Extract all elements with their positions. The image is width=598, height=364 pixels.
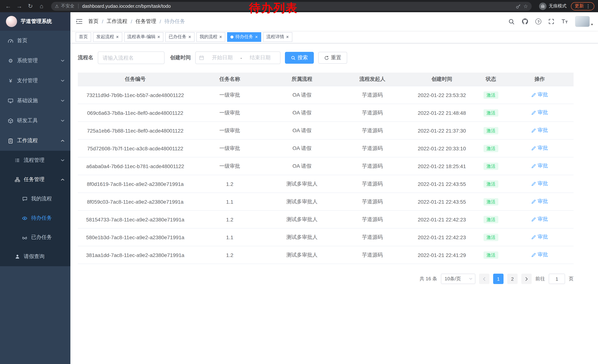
approve-link[interactable]: 审批 [531, 198, 548, 205]
sidebar-item-workflow[interactable]: 工作流程 [0, 131, 70, 151]
approve-link[interactable]: 审批 [531, 216, 548, 223]
create-time-label: 创建时间 [170, 54, 191, 61]
glasses-icon [22, 235, 28, 240]
close-icon[interactable]: × [219, 34, 222, 39]
tag-my-process[interactable]: 我的流程 × [196, 32, 225, 42]
sidebar-item-label: 系统管理 [17, 57, 38, 64]
tag-done-tasks[interactable]: 已办任务 × [165, 32, 194, 42]
tag-process-detail[interactable]: 流程详情 × [263, 32, 292, 42]
sidebar-item-label: 工作流程 [17, 138, 38, 144]
cell-flow: OA 请假 [267, 163, 337, 170]
search-icon[interactable] [508, 18, 515, 25]
close-icon[interactable]: × [255, 34, 258, 39]
breadcrumb-item[interactable]: 任务管理 [136, 18, 156, 25]
reset-button[interactable]: 重置 [318, 52, 347, 64]
sidebar-item-home[interactable]: 首页 [0, 31, 70, 51]
sidebar-item-task-management[interactable]: 任务管理 [0, 170, 70, 189]
forward-icon[interactable]: → [15, 3, 24, 9]
close-icon[interactable]: × [157, 34, 160, 39]
sidebar-item-process-management[interactable]: 流程管理 [0, 151, 70, 170]
eye-icon [22, 215, 28, 221]
page-number-2[interactable]: 2 [507, 274, 518, 284]
breadcrumb-item[interactable]: 工作流程 [107, 18, 127, 25]
update-button[interactable]: 更新 ⋮ [571, 2, 594, 10]
process-name-input[interactable] [98, 51, 165, 64]
workflow-submenu: 流程管理 任务管理 我的流程 待办任务 [0, 151, 70, 266]
cell-time: 2022-01-22 18:25:41 [407, 163, 476, 169]
sidebar-item-system[interactable]: ⚙ 系统管理 [0, 51, 70, 71]
sidebar-item-my-process[interactable]: 我的流程 [0, 189, 70, 209]
process-name-label: 流程名 [78, 54, 93, 61]
approve-link[interactable]: 审批 [531, 127, 548, 134]
tag-start-process[interactable]: 发起流程 × [93, 32, 122, 42]
sidebar-item-label: 待办任务 [31, 215, 52, 221]
start-date-placeholder[interactable]: 开始日期 [206, 54, 239, 61]
sidebar-item-todo-tasks[interactable]: 待办任务 [0, 209, 70, 228]
font-size-icon[interactable] [562, 19, 568, 24]
tag-home[interactable]: 首页 [75, 32, 91, 42]
approve-link[interactable]: 审批 [531, 92, 548, 98]
cell-time: 2022-01-21 22:42:23 [407, 234, 476, 240]
app-logo[interactable]: 芋道管理系统 [0, 12, 70, 31]
table-row: 580e1b3d-7ac8-11ec-a9e2-a2380e71991a 1.1… [78, 228, 573, 246]
approve-link[interactable]: 审批 [531, 109, 548, 116]
cell-starter: 芋道源码 [337, 127, 407, 134]
update-label: 更新 [575, 3, 584, 9]
approve-link[interactable]: 审批 [531, 180, 548, 187]
sidebar-item-label: 已办任务 [31, 234, 52, 241]
tag-process-form-edit[interactable]: 流程表单-编辑 × [124, 32, 163, 42]
status-badge: 激活 [483, 145, 498, 152]
cell-flow: OA 请假 [267, 127, 337, 134]
cell-time: 2022-01-22 23:53:32 [407, 92, 476, 98]
status-badge: 激活 [483, 109, 498, 116]
column-header: 任务编号 [78, 76, 193, 83]
fullscreen-icon[interactable] [548, 18, 555, 24]
sidebar-toggle-icon[interactable] [70, 18, 88, 24]
reload-icon[interactable]: ↻ [26, 3, 35, 10]
cell-flow: OA 请假 [267, 92, 337, 98]
goto-page-input[interactable] [549, 274, 565, 284]
calendar-icon [199, 55, 204, 60]
cell-flow: OA 请假 [267, 109, 337, 116]
close-icon[interactable]: × [286, 34, 289, 39]
sidebar-menu: 首页 ⚙ 系统管理 ¥ 支付管理 基础设施 研发工具 [0, 31, 70, 266]
search-button[interactable]: 搜索 [285, 52, 314, 64]
sidebar-item-infrastructure[interactable]: 基础设施 [0, 91, 70, 111]
table-row: 381aa1dd-7ac8-11ec-a9e2-a2380e71991a 1.2… [78, 246, 573, 264]
menu-kebab-icon[interactable]: ⋮ [586, 3, 590, 9]
approve-link[interactable]: 审批 [531, 234, 548, 241]
prev-page-button[interactable] [479, 274, 490, 284]
user-menu[interactable]: ▾ [575, 16, 593, 27]
page-number-1[interactable]: 1 [493, 274, 504, 284]
help-icon[interactable]: ? [536, 18, 541, 24]
cell-starter: 芋道源码 [337, 234, 407, 241]
github-icon[interactable] [522, 18, 529, 25]
key-icon[interactable] [516, 4, 521, 9]
close-icon[interactable]: × [188, 34, 191, 39]
approve-link[interactable]: 审批 [531, 163, 548, 170]
filter-bar: 流程名 创建时间 开始日期 - 结束日期 搜索 重置 [78, 51, 573, 64]
sidebar-item-devtools[interactable]: 研发工具 [0, 111, 70, 131]
end-date-placeholder[interactable]: 结束日期 [244, 54, 277, 61]
home-icon[interactable]: ⌂ [37, 3, 46, 9]
bookmark-star-icon[interactable]: ☆ [523, 3, 528, 9]
close-icon[interactable]: × [116, 34, 119, 39]
cell-starter: 芋道源码 [337, 109, 407, 116]
tag-todo-tasks[interactable]: 待办任务 × [227, 32, 261, 42]
page-size-select[interactable]: 10条/页 [441, 274, 475, 284]
back-icon[interactable]: ← [4, 3, 13, 9]
sidebar-item-leave-query[interactable]: 请假查询 [0, 247, 70, 266]
date-range-picker[interactable]: 开始日期 - 结束日期 [195, 51, 281, 64]
breadcrumb-item[interactable]: 首页 [88, 18, 99, 25]
cell-task-id: a6aba0a4-7b6d-11ec-b781-acde48001122 [78, 163, 193, 169]
approve-link[interactable]: 审批 [531, 252, 548, 258]
annotation-overlay: 待办列表 [249, 0, 298, 16]
next-page-button[interactable] [521, 274, 532, 284]
approve-link[interactable]: 审批 [531, 145, 548, 152]
gear-icon: ⚙ [8, 58, 14, 64]
incognito-label: 无痕模式 [549, 3, 566, 9]
sidebar-item-payment[interactable]: ¥ 支付管理 [0, 71, 70, 91]
sidebar-item-done-tasks[interactable]: 已办任务 [0, 228, 70, 247]
cell-flow: 测试多审批人 [267, 198, 337, 205]
cell-starter: 芋道源码 [337, 180, 407, 187]
